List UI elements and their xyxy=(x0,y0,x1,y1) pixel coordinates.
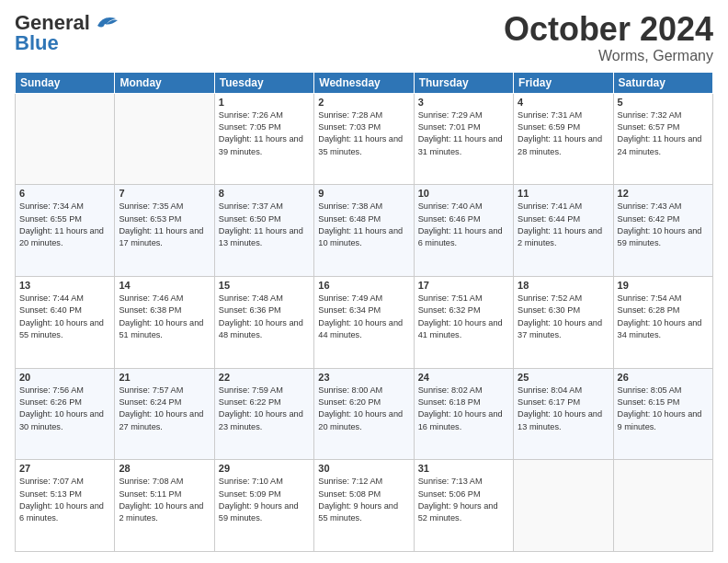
daylight-text: Daylight: 10 hours and 37 minutes. xyxy=(518,318,602,339)
table-row: 1 Sunrise: 7:26 AM Sunset: 7:05 PM Dayli… xyxy=(214,93,313,185)
sunrise-text: Sunrise: 7:13 AM xyxy=(418,477,483,486)
day-info: Sunrise: 7:37 AM Sunset: 6:50 PM Dayligh… xyxy=(219,201,310,249)
sunset-text: Sunset: 6:44 PM xyxy=(518,214,580,224)
sunrise-text: Sunrise: 7:29 AM xyxy=(418,110,483,120)
sunset-text: Sunset: 6:36 PM xyxy=(219,305,281,315)
day-number: 2 xyxy=(318,97,409,108)
col-thursday: Thursday xyxy=(414,72,513,93)
title-block: October 2024 Worms, Germany xyxy=(504,11,713,64)
col-tuesday: Tuesday xyxy=(214,72,313,93)
daylight-text: Daylight: 11 hours and 39 minutes. xyxy=(219,134,303,155)
calendar-table: Sunday Monday Tuesday Wednesday Thursday… xyxy=(15,72,713,552)
daylight-text: Daylight: 11 hours and 13 minutes. xyxy=(219,226,303,247)
table-row: 7 Sunrise: 7:35 AM Sunset: 6:53 PM Dayli… xyxy=(115,185,214,277)
day-number: 29 xyxy=(219,463,310,474)
day-info: Sunrise: 8:05 AM Sunset: 6:15 PM Dayligh… xyxy=(618,385,709,433)
table-row xyxy=(115,93,214,185)
day-info: Sunrise: 7:26 AM Sunset: 7:05 PM Dayligh… xyxy=(219,109,310,158)
table-row: 27 Sunrise: 7:07 AM Sunset: 5:13 PM Dayl… xyxy=(16,460,115,552)
sunset-text: Sunset: 6:38 PM xyxy=(119,305,181,315)
sunset-text: Sunset: 6:46 PM xyxy=(418,214,481,224)
day-info: Sunrise: 7:46 AM Sunset: 6:38 PM Dayligh… xyxy=(119,293,210,341)
day-number: 3 xyxy=(418,97,509,108)
logo-blue: Blue xyxy=(15,31,59,55)
day-number: 8 xyxy=(219,188,310,199)
table-row: 10 Sunrise: 7:40 AM Sunset: 6:46 PM Dayl… xyxy=(414,185,513,277)
table-row: 29 Sunrise: 7:10 AM Sunset: 5:09 PM Dayl… xyxy=(214,460,313,552)
daylight-text: Daylight: 10 hours and 51 minutes. xyxy=(119,318,203,339)
sunrise-text: Sunrise: 7:32 AM xyxy=(618,110,682,120)
sunset-text: Sunset: 5:08 PM xyxy=(318,489,381,499)
page: General Blue October 2024 Worms, Germany… xyxy=(0,0,728,563)
day-info: Sunrise: 7:40 AM Sunset: 6:46 PM Dayligh… xyxy=(418,201,509,249)
day-number: 1 xyxy=(219,97,310,108)
day-info: Sunrise: 7:49 AM Sunset: 6:34 PM Dayligh… xyxy=(318,293,409,341)
month-title: October 2024 xyxy=(504,11,713,48)
table-row: 22 Sunrise: 7:59 AM Sunset: 6:22 PM Dayl… xyxy=(214,368,313,460)
sunrise-text: Sunrise: 7:35 AM xyxy=(119,201,183,211)
day-info: Sunrise: 7:38 AM Sunset: 6:48 PM Dayligh… xyxy=(318,201,409,249)
table-row: 19 Sunrise: 7:54 AM Sunset: 6:28 PM Dayl… xyxy=(613,276,712,368)
table-row xyxy=(16,93,115,185)
daylight-text: Daylight: 10 hours and 55 minutes. xyxy=(19,318,104,339)
daylight-text: Daylight: 10 hours and 9 minutes. xyxy=(618,409,702,431)
daylight-text: Daylight: 9 hours and 52 minutes. xyxy=(418,501,498,523)
sunrise-text: Sunrise: 7:43 AM xyxy=(618,201,682,211)
day-info: Sunrise: 7:52 AM Sunset: 6:30 PM Dayligh… xyxy=(518,293,609,341)
daylight-text: Daylight: 10 hours and 44 minutes. xyxy=(318,318,403,339)
daylight-text: Daylight: 10 hours and 16 minutes. xyxy=(418,409,503,431)
day-number: 16 xyxy=(318,280,409,291)
sunrise-text: Sunrise: 8:00 AM xyxy=(318,385,382,395)
daylight-text: Daylight: 11 hours and 35 minutes. xyxy=(318,134,403,155)
table-row: 18 Sunrise: 7:52 AM Sunset: 6:30 PM Dayl… xyxy=(514,276,613,368)
day-number: 24 xyxy=(418,372,509,383)
day-number: 27 xyxy=(19,463,110,474)
table-row: 17 Sunrise: 7:51 AM Sunset: 6:32 PM Dayl… xyxy=(414,276,513,368)
sunrise-text: Sunrise: 7:44 AM xyxy=(19,293,84,303)
calendar-week-row: 6 Sunrise: 7:34 AM Sunset: 6:55 PM Dayli… xyxy=(16,185,713,277)
sunrise-text: Sunrise: 7:28 AM xyxy=(318,110,382,120)
logo-bird-icon xyxy=(90,13,119,33)
day-info: Sunrise: 7:10 AM Sunset: 5:09 PM Dayligh… xyxy=(219,476,310,524)
sunset-text: Sunset: 5:11 PM xyxy=(119,489,181,499)
day-info: Sunrise: 7:35 AM Sunset: 6:53 PM Dayligh… xyxy=(119,201,210,249)
sunset-text: Sunset: 7:05 PM xyxy=(219,122,281,132)
calendar-week-row: 20 Sunrise: 7:56 AM Sunset: 6:26 PM Dayl… xyxy=(16,368,713,460)
sunrise-text: Sunrise: 7:56 AM xyxy=(19,385,84,395)
table-row xyxy=(514,460,613,552)
calendar-week-row: 1 Sunrise: 7:26 AM Sunset: 7:05 PM Dayli… xyxy=(16,93,713,185)
day-number: 14 xyxy=(119,280,210,291)
daylight-text: Daylight: 10 hours and 13 minutes. xyxy=(518,409,602,431)
sunset-text: Sunset: 6:18 PM xyxy=(418,397,481,407)
sunset-text: Sunset: 6:24 PM xyxy=(119,397,181,407)
day-number: 13 xyxy=(19,280,110,291)
sunset-text: Sunset: 6:48 PM xyxy=(318,214,381,224)
day-number: 9 xyxy=(318,188,409,199)
daylight-text: Daylight: 10 hours and 23 minutes. xyxy=(219,409,303,431)
col-wednesday: Wednesday xyxy=(314,72,414,93)
table-row: 8 Sunrise: 7:37 AM Sunset: 6:50 PM Dayli… xyxy=(214,185,313,277)
table-row: 28 Sunrise: 7:08 AM Sunset: 5:11 PM Dayl… xyxy=(115,460,214,552)
location: Worms, Germany xyxy=(504,48,713,64)
table-row: 21 Sunrise: 7:57 AM Sunset: 6:24 PM Dayl… xyxy=(115,368,214,460)
day-info: Sunrise: 7:44 AM Sunset: 6:40 PM Dayligh… xyxy=(19,293,110,341)
day-number: 19 xyxy=(618,280,709,291)
table-row: 24 Sunrise: 8:02 AM Sunset: 6:18 PM Dayl… xyxy=(414,368,513,460)
day-info: Sunrise: 7:28 AM Sunset: 7:03 PM Dayligh… xyxy=(318,109,409,158)
table-row: 3 Sunrise: 7:29 AM Sunset: 7:01 PM Dayli… xyxy=(414,93,513,185)
table-row: 20 Sunrise: 7:56 AM Sunset: 6:26 PM Dayl… xyxy=(16,368,115,460)
day-info: Sunrise: 8:04 AM Sunset: 6:17 PM Dayligh… xyxy=(518,385,609,433)
day-info: Sunrise: 7:12 AM Sunset: 5:08 PM Dayligh… xyxy=(318,476,409,524)
sunset-text: Sunset: 6:55 PM xyxy=(19,214,82,224)
day-number: 21 xyxy=(119,372,210,383)
sunrise-text: Sunrise: 7:57 AM xyxy=(119,385,183,395)
table-row: 23 Sunrise: 8:00 AM Sunset: 6:20 PM Dayl… xyxy=(314,368,414,460)
day-number: 18 xyxy=(518,280,609,291)
sunrise-text: Sunrise: 7:37 AM xyxy=(219,201,283,211)
table-row: 5 Sunrise: 7:32 AM Sunset: 6:57 PM Dayli… xyxy=(613,93,712,185)
day-info: Sunrise: 7:29 AM Sunset: 7:01 PM Dayligh… xyxy=(418,109,509,158)
sunset-text: Sunset: 6:15 PM xyxy=(618,397,680,407)
sunrise-text: Sunrise: 7:46 AM xyxy=(119,293,183,303)
day-info: Sunrise: 7:31 AM Sunset: 6:59 PM Dayligh… xyxy=(518,109,609,158)
sunrise-text: Sunrise: 7:38 AM xyxy=(318,201,382,211)
